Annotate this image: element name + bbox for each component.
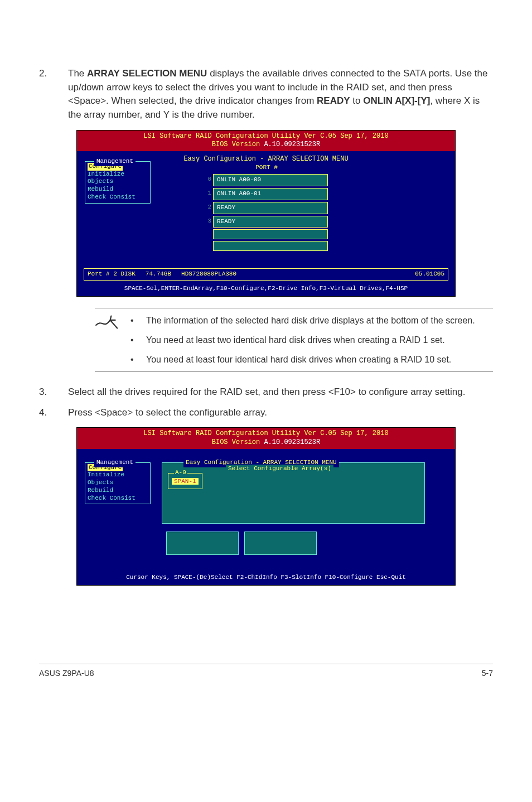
port-index: 0	[205, 174, 213, 186]
bios-title: LSI Software RAID Configuration Utility …	[77, 429, 455, 438]
bullet-icon: •	[130, 334, 136, 346]
menu-item-objects[interactable]: Objects	[88, 178, 148, 186]
menu-item-check[interactable]: Check Consist	[88, 194, 148, 201]
footer-right: 5-7	[482, 668, 493, 679]
span-label: SPAN-1	[172, 478, 199, 485]
bios-title: LSI Software RAID Configuration Utility …	[77, 132, 455, 141]
port-row[interactable]: 2 READY	[205, 202, 328, 214]
port-index	[205, 241, 213, 251]
info-box	[166, 532, 239, 555]
step-3: 3. Select all the drives required for th…	[39, 385, 493, 399]
note-item: • The information of the selected hard d…	[130, 314, 489, 327]
step-number: 4.	[39, 406, 52, 420]
span-panel: Easy Configuration - ARRAY SELECTION MEN…	[162, 462, 425, 524]
management-panel: Management Configure Initialize Objects …	[85, 161, 151, 204]
step-4: 4. Press <Space> to select the configura…	[39, 406, 493, 420]
step-body: Select all the drives required for the R…	[68, 385, 493, 399]
port-label: ONLIN A00-01	[213, 188, 328, 200]
menu-item-initialize[interactable]: Initialize	[88, 171, 148, 178]
bios-body: Easy Configuration - ARRAY SELECTION MEN…	[77, 151, 455, 268]
info-box	[244, 532, 317, 555]
panel-label: Management	[94, 458, 136, 467]
note-list: • The information of the selected hard d…	[130, 314, 489, 366]
port-row[interactable]: 0 ONLIN A00-00	[205, 174, 328, 186]
disk-port: Port # 2 DISK	[88, 270, 136, 279]
bullet-icon: •	[130, 353, 136, 366]
step-body: The ARRAY SELECTION MENU displays the av…	[68, 67, 493, 122]
note-text: You need at least four identical hard di…	[146, 353, 451, 366]
port-label	[213, 241, 328, 251]
text: to	[350, 95, 364, 106]
port-panel: PORT # 0 ONLIN A00-00 1 ONLIN A00-01 2 R…	[205, 163, 328, 253]
note-text: The information of the selected hard dis…	[146, 314, 475, 327]
port-index: 2	[205, 202, 213, 214]
port-label: ONLIN A00-00	[213, 174, 328, 186]
bios-version-label: BIOS Version	[212, 141, 264, 148]
bios-screenshot-1: LSI Software RAID Configuration Utility …	[76, 130, 456, 297]
port-index	[205, 229, 213, 239]
note-item: • You need at least two identical hard d…	[130, 334, 489, 346]
bios-help-bar: Cursor Keys, SPACE-(De)Select F2-ChIdInf…	[77, 572, 455, 585]
menu-item-objects[interactable]: Objects	[88, 479, 148, 487]
bold: ONLIN A[X]-[Y]	[363, 95, 430, 106]
port-row[interactable]: 3 READY	[205, 216, 328, 228]
array-a0[interactable]: A-0 SPAN-1	[168, 473, 202, 489]
bios-version: A.10.09231523R	[264, 438, 320, 446]
bios-header: LSI Software RAID Configuration Utility …	[77, 131, 455, 151]
port-index: 1	[205, 188, 213, 200]
step-2: 2. The ARRAY SELECTION MENU displays the…	[39, 67, 493, 122]
port-header: PORT #	[205, 163, 328, 172]
page-footer: ASUS Z9PA-U8 5-7	[39, 664, 493, 679]
disk-info-bar: Port # 2 DISK 74.74GB HDS728080PLA380 05…	[84, 268, 448, 281]
bios-help-bar: SPACE-Sel,ENTER-EndArray,F10-Configure,F…	[77, 283, 455, 296]
lower-boxes	[166, 532, 317, 555]
bios-version-label: BIOS Version	[212, 438, 264, 446]
bullet-icon: •	[130, 314, 136, 327]
step-number: 3.	[39, 385, 52, 399]
disk-size: 74.74GB	[146, 270, 171, 279]
disk-model: HDS728080PLA380	[181, 270, 236, 279]
bold: ARRAY SELECTION MENU	[87, 68, 207, 79]
port-row[interactable]: 1 ONLIN A00-01	[205, 188, 328, 200]
menu-item-rebuild[interactable]: Rebuild	[88, 186, 148, 194]
port-label: READY	[213, 216, 328, 228]
panel-label: Management	[94, 157, 136, 166]
management-panel: Management Configure Initialize Objects …	[85, 462, 151, 505]
port-row-empty	[205, 241, 328, 251]
panel-subtitle: Select Configurable Array(s)	[226, 465, 333, 474]
text: The	[68, 68, 87, 79]
port-label: READY	[213, 202, 328, 214]
step-body: Press <Space> to select the configurable…	[68, 406, 493, 420]
footer-left: ASUS Z9PA-U8	[39, 668, 94, 679]
port-row-empty	[205, 229, 328, 239]
note-icon	[95, 314, 120, 366]
array-label: A-0	[174, 468, 187, 477]
step-number: 2.	[39, 67, 52, 122]
bold: READY	[317, 95, 350, 106]
menu-item-check[interactable]: Check Consist	[88, 495, 148, 503]
bios-version: A.10.09231523R	[264, 141, 320, 148]
bios-body: Management Configure Initialize Objects …	[77, 449, 455, 572]
note-block: • The information of the selected hard d…	[95, 308, 493, 373]
disk-rev: 05.01C05	[415, 270, 444, 279]
bios-screenshot-2: LSI Software RAID Configuration Utility …	[76, 427, 456, 585]
note-item: • You need at least four identical hard …	[130, 353, 489, 366]
port-index: 3	[205, 216, 213, 228]
port-label	[213, 229, 328, 239]
note-text: You need at least two identical hard dis…	[146, 334, 445, 346]
bios-header: LSI Software RAID Configuration Utility …	[77, 428, 455, 448]
menu-item-rebuild[interactable]: Rebuild	[88, 487, 148, 495]
menu-item-initialize[interactable]: Initialize	[88, 471, 148, 479]
